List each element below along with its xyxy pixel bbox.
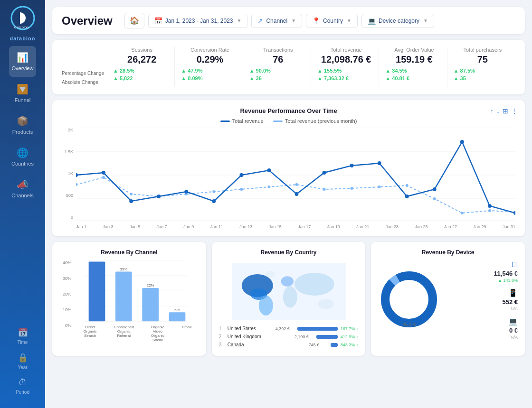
svg-point-32 — [295, 192, 299, 196]
stat-pct-5: ▲ 87.5% — [454, 68, 475, 74]
country-value: 745 € — [309, 343, 329, 347]
sidebar-item-overview[interactable]: 📊Overview — [9, 46, 36, 77]
svg-point-27 — [157, 195, 161, 198]
stat-label-4: Avg. Order Value — [385, 47, 443, 53]
stats-card: Percentage Change Absolute Change Sessio… — [52, 40, 525, 94]
svg-point-29 — [212, 199, 216, 203]
upload-icon[interactable]: ↑ — [490, 107, 494, 115]
svg-point-37 — [433, 187, 437, 191]
chart-title: Revenue Performance Over Time — [62, 107, 515, 114]
svg-point-33 — [323, 171, 326, 175]
funnel-icon: 🔽 — [17, 83, 28, 95]
svg-point-8 — [102, 176, 105, 179]
ch-y-10: 10% — [59, 307, 71, 312]
svg-point-25 — [102, 171, 105, 175]
channel-svg: 39% 33% 22% 6% — [73, 260, 199, 322]
country-name: United States — [228, 326, 273, 331]
stat-value-0: 26,272 — [113, 54, 171, 65]
svg-point-16 — [323, 188, 326, 191]
country-change: 412.9% ↑ — [341, 334, 359, 339]
header: Overview 🏠 📅 Jan 1, 2023 - Jan 31, 2023 … — [52, 7, 525, 34]
svg-point-14 — [267, 185, 270, 188]
svg-point-24 — [76, 173, 78, 177]
sidebar-bottom-year[interactable]: 🔒Year — [13, 349, 32, 374]
year-bottom-icon: 🔒 — [18, 352, 28, 363]
svg-point-59 — [283, 286, 297, 308]
svg-point-18 — [378, 185, 381, 188]
svg-point-15 — [295, 183, 298, 186]
country-bar-wrap: 745 € — [309, 343, 338, 347]
country-bar — [316, 335, 338, 339]
stat-pct-1: ▲ 47.9% — [181, 68, 202, 74]
sidebar-bottom-time[interactable]: 📅Time — [13, 324, 32, 349]
svg-point-21 — [461, 212, 464, 214]
stat-value-1: 0.29% — [181, 54, 238, 65]
device-type-icon-1: 📱 — [508, 288, 518, 297]
country-value: 4,392 € — [276, 326, 295, 331]
stat-pct-3: ▲ 155.5% — [317, 68, 342, 74]
stat-abs-1: ▲ 0.09% — [181, 75, 202, 81]
bottom-row: Revenue By Channel 40% 30% 20% 10% 0% — [52, 242, 525, 356]
svg-point-60 — [294, 273, 334, 296]
country-card: Revenue By Country — [212, 242, 366, 356]
table-icon[interactable]: ⊞ — [503, 107, 508, 115]
ch-y-0: 0% — [59, 323, 71, 328]
svg-point-19 — [406, 184, 408, 187]
stat-label-0: Sessions — [113, 47, 171, 53]
channel-filter[interactable]: ↗ Channel ▼ — [251, 14, 302, 28]
country-filter[interactable]: 📍 Country ▼ — [306, 14, 358, 28]
date-arrow-icon: ▼ — [237, 18, 242, 23]
svg-text:22%: 22% — [147, 283, 154, 287]
sidebar-item-countries[interactable]: 🌐Countries — [9, 141, 36, 172]
svg-point-61 — [318, 299, 334, 309]
sidebar-item-funnel[interactable]: 🔽Funnel — [9, 78, 36, 109]
sidebar-item-products[interactable]: 📦Products — [9, 110, 36, 140]
country-name: United Kingdom — [228, 334, 292, 339]
channels-icon: 📣 — [17, 179, 28, 190]
country-bar-wrap: 4,392 € — [276, 326, 338, 331]
sidebar-label-funnel: Funnel — [15, 97, 31, 103]
home-button[interactable]: 🏠 — [124, 13, 144, 28]
sidebar-bottom-period[interactable]: ⏱Period — [13, 374, 32, 399]
svg-point-62 — [265, 271, 276, 278]
y-label-500: 500 — [62, 193, 73, 198]
sidebar-bottom-label-time: Time — [18, 340, 28, 345]
location-icon: 📍 — [312, 17, 320, 25]
countries-icon: 🌐 — [17, 147, 28, 158]
svg-point-30 — [239, 173, 243, 177]
device-card-title: Revenue By Device — [378, 249, 518, 256]
y-label-1-5k: 1.5K — [62, 149, 73, 154]
sidebar-label-countries: Countries — [11, 161, 34, 167]
svg-point-13 — [240, 188, 243, 191]
download-icon[interactable]: ↓ — [496, 107, 500, 115]
stat-abs-5: ▲ 35 — [454, 75, 466, 81]
device-filter[interactable]: 💻 Device category ▼ — [361, 14, 434, 28]
brand-name: databloo — [10, 36, 36, 41]
sidebar-item-channels[interactable]: 📣Channels — [9, 173, 36, 204]
header-filters: 🏠 📅 Jan 1, 2023 - Jan 31, 2023 ▼ ↗ Chann… — [124, 13, 515, 28]
page-title: Overview — [62, 14, 113, 28]
country-bar — [297, 327, 338, 331]
device-label: Device category — [379, 18, 419, 24]
device-arrow-icon: ▼ — [423, 18, 428, 23]
country-label: Country — [323, 18, 343, 24]
more-options-icon[interactable]: ⋮ — [511, 107, 518, 115]
device-type-icon-2: 💻 — [508, 317, 518, 326]
svg-point-12 — [212, 190, 215, 193]
sidebar-bottom-label-year: Year — [18, 365, 27, 370]
svg-rect-50 — [142, 288, 159, 321]
country-num: 1 — [219, 326, 225, 331]
calendar-icon: 📅 — [154, 17, 162, 25]
stat-abs-4: ▲ 40.81 € — [385, 75, 409, 81]
date-range-filter[interactable]: 📅 Jan 1, 2023 - Jan 31, 2023 ▼ — [148, 14, 248, 28]
country-name: Canada — [228, 342, 306, 347]
channel-arrow-icon: ▼ — [291, 18, 296, 23]
device-value-1: 552 € — [502, 298, 518, 306]
svg-point-28 — [184, 190, 188, 194]
device-card: Revenue By Device 95.4% 🖥 — [371, 242, 525, 356]
country-row: 3 Canada 745 € 843.3% ↑ — [219, 341, 359, 349]
svg-point-57 — [258, 296, 273, 315]
revenue-chart-card: Revenue Performance Over Time Total reve… — [52, 100, 525, 236]
channel-label: Channel — [266, 18, 287, 24]
chart-legend: Total revenue Total revenue (previous mo… — [62, 118, 515, 124]
